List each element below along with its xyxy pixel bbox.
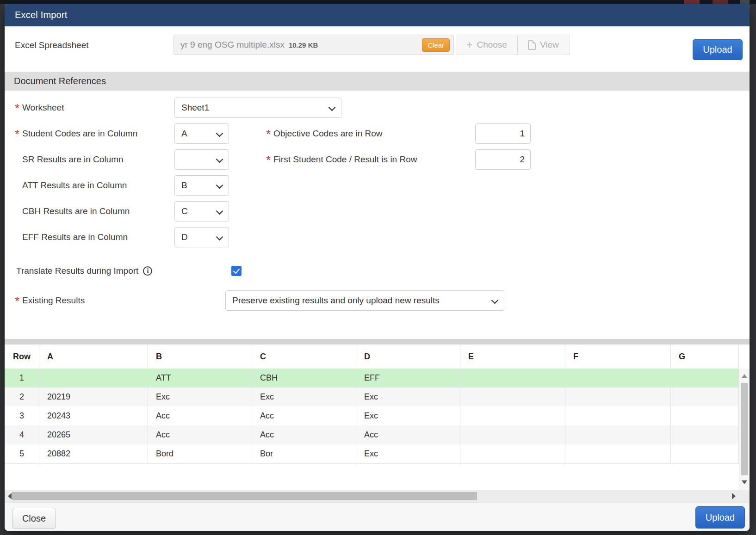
cell: 20882 — [39, 444, 148, 463]
student-codes-column-select[interactable]: A — [174, 123, 229, 144]
row-number-cell: 2 — [5, 387, 39, 406]
cell — [671, 406, 739, 425]
required-marker: * — [266, 132, 273, 136]
cell — [671, 444, 739, 463]
cell: 20243 — [39, 406, 148, 425]
row-number-cell: 3 — [5, 406, 39, 425]
spreadsheet-preview-table: Row A B C D E F G 1 ATT CBH EFF 2 — [5, 344, 750, 490]
translate-results-label: Translate Results during Import i — [16, 264, 152, 278]
scroll-right-arrow-icon[interactable] — [732, 493, 736, 499]
translate-results-checkbox[interactable] — [231, 266, 242, 276]
excel-import-dialog: Excel Import Excel Spreadsheet yr 9 eng … — [5, 4, 750, 531]
table-row[interactable]: 1 ATT CBH EFF — [5, 369, 739, 388]
clear-file-button[interactable]: Clear — [422, 38, 450, 52]
backdrop-top-strip — [0, 0, 756, 4]
table-header-row: Row A B C D E F G — [5, 344, 739, 369]
cell: Bor — [252, 444, 356, 463]
required-marker: * — [266, 158, 273, 162]
chevron-down-icon — [491, 297, 499, 304]
cell — [460, 425, 565, 444]
att-results-column-select[interactable]: B — [174, 175, 229, 196]
selected-file-box: yr 9 eng OSG multiple.xlsx 10.29 KB Clea… — [174, 35, 454, 55]
chevron-down-icon — [216, 130, 223, 137]
cell: Acc — [148, 406, 252, 425]
row-number-cell: 1 — [5, 369, 39, 387]
file-actions-group: + Choose View — [456, 35, 570, 55]
att-results-label: ATT Results are in Column — [15, 175, 127, 196]
file-name: yr 9 eng OSG multiple.xlsx — [180, 40, 285, 50]
plus-icon: + — [466, 40, 472, 50]
file-upload-row: Excel Spreadsheet yr 9 eng OSG multiple.… — [5, 26, 750, 72]
objective-codes-row-input[interactable] — [475, 123, 531, 144]
horizontal-scrollbar[interactable] — [5, 490, 750, 502]
cell: Exc — [356, 406, 460, 425]
section-title: Document References — [5, 76, 106, 86]
column-header: G — [671, 344, 739, 369]
dialog-header: Excel Import — [5, 4, 750, 26]
scroll-up-arrow-icon[interactable] — [742, 374, 747, 378]
cell: Exc — [148, 387, 252, 406]
table-row[interactable]: 3 20243 Acc Acc Exc — [5, 406, 739, 426]
checkmark-icon — [233, 267, 240, 274]
cell — [39, 369, 148, 387]
view-label: View — [540, 40, 559, 50]
scroll-left-arrow-icon[interactable] — [8, 493, 12, 499]
cbh-results-label: CBH Results are in Column — [15, 201, 130, 221]
table-row[interactable]: 4 20265 Acc Acc Acc — [5, 425, 739, 445]
cell: Acc — [252, 425, 356, 444]
first-student-code-label: * First Student Code / Result is in Row — [266, 149, 417, 170]
choose-label: Choose — [477, 40, 507, 50]
scroll-down-arrow-icon[interactable] — [742, 480, 747, 484]
upload-button-bottom[interactable]: Upload — [695, 506, 745, 529]
cell: EFF — [356, 369, 460, 387]
upload-button-top[interactable]: Upload — [693, 39, 743, 60]
required-marker: * — [15, 299, 22, 303]
chevron-down-icon — [216, 156, 223, 163]
eff-results-column-select[interactable]: D — [174, 227, 229, 247]
backdrop-fragment — [713, 0, 728, 4]
att-results-row: ATT Results are in Column B — [5, 175, 750, 196]
cell: 20219 — [39, 387, 148, 406]
choose-file-button[interactable]: + Choose — [456, 35, 517, 55]
cell — [565, 444, 671, 463]
chevron-down-icon — [216, 208, 223, 215]
backdrop: Excel Import Excel Spreadsheet yr 9 eng … — [0, 0, 756, 535]
backdrop-fragment — [684, 0, 700, 4]
column-header: F — [565, 344, 671, 369]
excel-spreadsheet-label: Excel Spreadsheet — [15, 40, 89, 50]
cell — [460, 444, 565, 463]
view-file-button[interactable]: View — [517, 35, 569, 55]
cell — [671, 387, 739, 406]
table-row[interactable]: 5 20882 Bord Bor Exc — [5, 444, 739, 464]
horizontal-scrollbar-thumb[interactable] — [12, 492, 477, 500]
cell: Acc — [252, 406, 356, 425]
cbh-results-row: CBH Results are in Column C — [5, 201, 750, 221]
vertical-scrollbar[interactable] — [739, 369, 750, 490]
cbh-results-column-select[interactable]: C — [174, 201, 229, 221]
existing-results-label: * Existing Results — [15, 290, 85, 311]
existing-results-select[interactable]: Preserve existing results and only uploa… — [225, 290, 504, 311]
cell — [565, 425, 671, 444]
required-marker: * — [15, 106, 22, 111]
first-student-row-input[interactable] — [475, 149, 531, 170]
objective-codes-label: * Objective Codes are in Row — [266, 123, 383, 144]
worksheet-select[interactable]: Sheet1 — [174, 98, 341, 118]
sr-results-column-select[interactable] — [174, 149, 229, 170]
close-button[interactable]: Close — [12, 508, 56, 529]
worksheet-label: * Worksheet — [15, 98, 64, 118]
student-codes-label: * Student Codes are in Column — [15, 123, 137, 144]
info-icon[interactable]: i — [143, 266, 152, 276]
table-row[interactable]: 2 20219 Exc Exc Exc — [5, 387, 739, 407]
translate-results-row: Translate Results during Import i — [5, 264, 750, 278]
vertical-scrollbar-thumb[interactable] — [741, 383, 748, 475]
backdrop-fragment — [740, 0, 750, 4]
row-number-cell: 5 — [5, 444, 39, 463]
eff-results-label: EFF Results are in Column — [15, 227, 128, 247]
cell: CBH — [252, 369, 356, 387]
eff-results-row: EFF Results are in Column D — [5, 227, 750, 247]
column-header: Row — [5, 344, 39, 369]
document-references-section: Document References — [5, 72, 750, 91]
cell: Bord — [148, 444, 252, 463]
required-marker: * — [15, 132, 22, 136]
column-header: B — [148, 344, 252, 369]
